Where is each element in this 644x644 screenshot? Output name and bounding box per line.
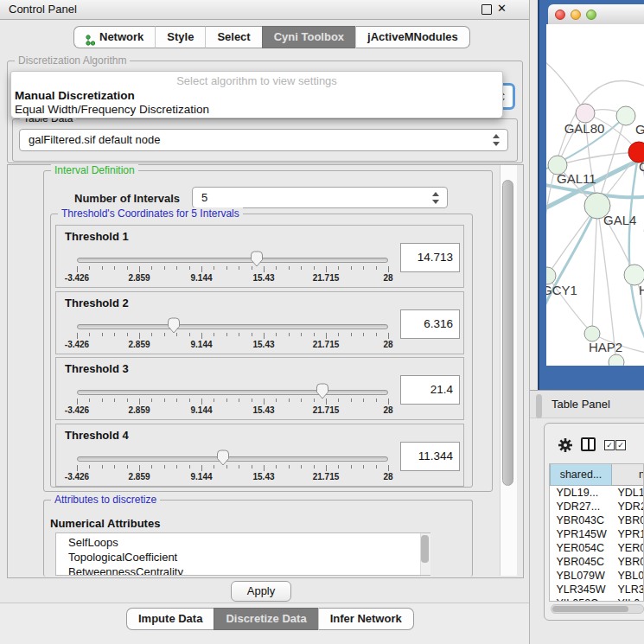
table-cell[interactable]: YER0 (612, 541, 644, 555)
table-cell[interactable]: YIL052C (551, 596, 612, 602)
tab-infer-network[interactable]: Infer Network (318, 608, 414, 630)
tab-jactivemnodules[interactable]: jActiveMNodules (355, 26, 470, 48)
table-row[interactable]: YER054CYER0 (551, 541, 644, 555)
threshold-row: Threshold 2 -3.4262.8599.14415.4321.7152… (55, 291, 464, 354)
tab-select[interactable]: Select (205, 26, 261, 48)
threshold-row: Threshold 4 -3.4262.8599.14415.4321.7152… (55, 424, 464, 487)
zoom-traffic-light-icon[interactable] (586, 10, 596, 20)
network-canvas[interactable]: GAL80 GA C GAL11 GAL4 GCY1 H HAP2 (546, 24, 644, 366)
tick-label: 15.43 (252, 273, 274, 283)
threshold-slider-thumb[interactable] (316, 383, 329, 399)
threshold-slider-thumb[interactable] (167, 317, 181, 334)
table-row[interactable]: YPR145WYPR1 (551, 527, 644, 541)
table-cell[interactable]: YDL19... (551, 486, 612, 501)
number-of-intervals-label: Number of Intervals (74, 192, 180, 205)
table-cell[interactable]: YLR3 (612, 583, 644, 596)
tick-label: 21.715 (313, 405, 340, 415)
table-row[interactable]: YDR27...YDR2 (551, 500, 644, 513)
attribute-list-item[interactable]: BetweennessCentrality (68, 564, 430, 576)
table-row[interactable]: YBR045CYBR0 (551, 555, 644, 569)
table-cell[interactable]: YDR27... (551, 500, 612, 513)
threshold-slider-track[interactable] (77, 390, 388, 395)
node-label-ga: GA (635, 122, 644, 137)
close-icon[interactable]: ✕ (497, 2, 507, 15)
table-row[interactable]: YBR043CYBR0 (551, 513, 644, 527)
attribute-list-item[interactable]: TopologicalCoefficient (68, 550, 430, 564)
node-ga[interactable] (616, 106, 635, 125)
network-window-titlebar[interactable] (548, 4, 644, 25)
node-gal80[interactable] (576, 104, 595, 123)
threshold-value-field[interactable]: 14.713 (400, 243, 460, 272)
tab-label: Discretize Data (226, 609, 306, 629)
column-header-shared-name[interactable]: shared... (551, 464, 612, 486)
table-row[interactable]: YIL052CYIL0 (551, 596, 644, 602)
table-cell[interactable]: YBL0 (612, 569, 644, 583)
dropdown-option-manual-discretization[interactable]: Manual Discretization (13, 89, 499, 102)
table-cell[interactable]: YER054C (551, 541, 612, 555)
table-cell[interactable]: YDL1 (612, 486, 644, 501)
combo-arrows-icon (432, 192, 440, 204)
threshold-slider-track[interactable] (77, 258, 388, 263)
panel-title: Control Panel (9, 3, 77, 16)
table-cell[interactable]: YBR0 (612, 555, 644, 569)
tab-style[interactable]: Style (155, 26, 205, 48)
attribute-list-item[interactable]: SelfLoops (68, 535, 430, 550)
tab-impute-data[interactable]: Impute Data (126, 608, 214, 630)
close-traffic-light-icon[interactable] (555, 10, 565, 20)
tick-label: 21.715 (313, 472, 340, 481)
checkbox-icon[interactable]: ✓ (615, 440, 626, 450)
numerical-attributes-list[interactable]: SelfLoopsTopologicalCoefficientBetweenne… (55, 532, 430, 576)
tick-label: 28 (383, 273, 392, 283)
table-data-combobox[interactable]: galFiltered.sif default node (19, 129, 508, 151)
tick-label: 2.859 (128, 340, 150, 349)
combo-arrows-icon (493, 134, 501, 146)
node-label-gal4: GAL4 (603, 213, 636, 227)
attributes-scrollbar-thumb[interactable] (421, 535, 429, 563)
dropdown-option-equal-width[interactable]: Equal Width/Frequency Discretization (13, 103, 499, 116)
threshold-value-field[interactable]: 11.344 (400, 442, 460, 471)
checkbox-icon[interactable]: ✓ (604, 440, 615, 450)
split-columns-icon[interactable] (581, 437, 596, 451)
table-row[interactable]: YLR345WYLR3 (551, 583, 644, 596)
vertical-scrollbar-thumb[interactable] (502, 180, 513, 486)
table-cell[interactable]: YBR043C (551, 513, 612, 527)
threshold-slider-thumb[interactable] (216, 450, 230, 466)
table-cell[interactable]: YPR145W (551, 527, 612, 541)
tick-label: 21.715 (313, 340, 340, 349)
column-header-name[interactable]: na (612, 464, 644, 486)
node-bottom[interactable] (609, 354, 624, 366)
minimize-traffic-light-icon[interactable] (571, 10, 581, 20)
tab-label: Cyni Toolbox (274, 27, 344, 48)
node-label-c: C (639, 159, 644, 174)
tab-discretize-data[interactable]: Discretize Data (214, 608, 317, 630)
float-window-icon[interactable] (481, 4, 492, 15)
gear-icon[interactable] (558, 437, 573, 456)
threshold-slider-track[interactable] (77, 324, 388, 329)
threshold-value-field[interactable]: 6.316 (400, 309, 460, 339)
tick-label: 28 (383, 405, 392, 415)
threshold-slider-track[interactable] (77, 456, 388, 462)
table-row[interactable]: YDL19...YDL1 (551, 486, 644, 501)
number-of-intervals-combobox[interactable]: 5 (192, 187, 448, 208)
table-cell[interactable]: YLR345W (551, 583, 612, 596)
node-label-gcy1: GCY1 (546, 283, 577, 297)
side-scrollbar-thumb[interactable] (536, 394, 542, 418)
tab-cyni-toolbox[interactable]: Cyni Toolbox (262, 26, 355, 48)
table-cell[interactable]: YBR0 (612, 513, 644, 527)
table-cell[interactable]: YBL079W (551, 569, 612, 583)
node-label-h: H (639, 283, 644, 297)
tab-label: jActiveMNodules (367, 27, 458, 48)
node-gcy1[interactable] (546, 267, 556, 284)
table-cell[interactable]: YBR045C (551, 555, 612, 569)
table-cell[interactable]: YPR1 (612, 527, 644, 541)
table-horizontal-scrollbar-thumb[interactable] (552, 606, 628, 612)
tab-label: Select (217, 27, 250, 48)
apply-button[interactable]: Apply (231, 581, 291, 602)
table-cell[interactable]: YDR2 (612, 500, 644, 513)
threshold-value-field[interactable]: 21.4 (400, 375, 460, 405)
node-table[interactable]: shared... na YDL19...YDL1YDR27...YDR2YBR… (549, 463, 644, 602)
threshold-slider-thumb[interactable] (250, 251, 264, 267)
table-row[interactable]: YBL079WYBL0 (551, 569, 644, 583)
table-cell[interactable]: YIL0 (612, 596, 644, 602)
tab-network[interactable]: Network (73, 26, 155, 48)
